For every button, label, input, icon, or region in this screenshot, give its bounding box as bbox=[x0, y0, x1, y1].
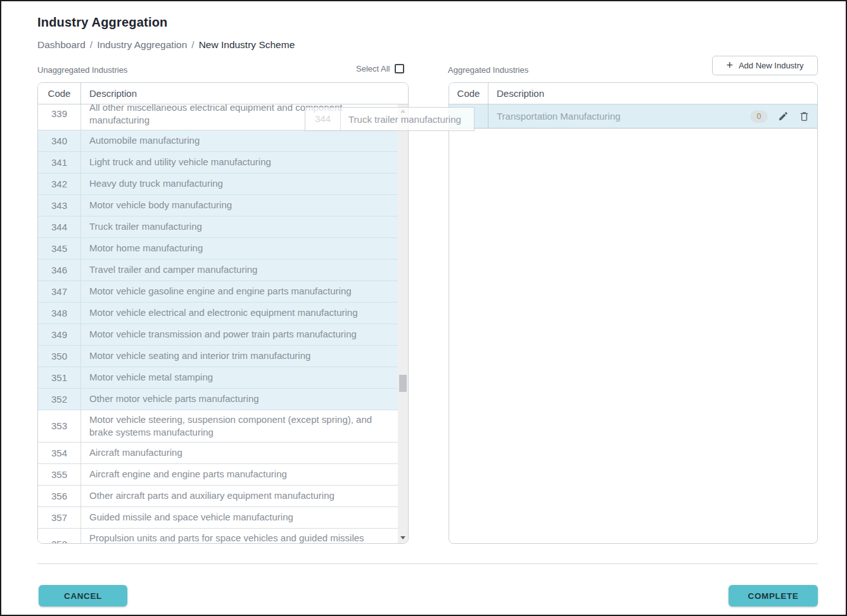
add-new-industry-label: Add New Industry bbox=[739, 61, 804, 70]
table-row[interactable]: 341Light truck and utility vehicle manuf… bbox=[38, 152, 398, 173]
row-description: Motor vehicle electrical and electronic … bbox=[81, 303, 398, 324]
row-code: 347 bbox=[38, 281, 81, 302]
aggregated-row-description: Transportation Manufacturing bbox=[497, 111, 750, 122]
unaggregated-industries-label: Unaggregated Industries bbox=[37, 65, 127, 75]
row-code: 342 bbox=[38, 173, 81, 194]
breadcrumb: Dashboard/Industry Aggregation/New Indus… bbox=[37, 39, 295, 51]
row-code: 343 bbox=[38, 195, 81, 216]
row-code: 357 bbox=[38, 507, 81, 528]
row-description: Motor vehicle metal stamping bbox=[81, 367, 398, 388]
cancel-button[interactable]: CANCEL bbox=[39, 585, 127, 607]
table-row[interactable]: 354Aircraft manufacturing bbox=[38, 443, 398, 464]
row-code: 358 bbox=[38, 529, 81, 544]
table-row[interactable]: 347Motor vehicle gasoline engine and eng… bbox=[38, 281, 398, 303]
table-header: Code Description bbox=[38, 83, 408, 104]
row-description: Motor home manufacturing bbox=[81, 238, 398, 259]
table-row[interactable]: 344Truck trailer manufacturing bbox=[38, 217, 398, 238]
row-description: Motor vehicle body manufacturing bbox=[81, 195, 398, 216]
aggregated-row[interactable]: Transportation Manufacturing0 bbox=[449, 104, 817, 129]
row-code: 356 bbox=[38, 486, 81, 506]
row-description: All other miscellaneous electrical equip… bbox=[81, 104, 398, 130]
table-row[interactable]: 352Other motor vehicle parts manufacturi… bbox=[38, 389, 398, 410]
row-description: Truck trailer manufacturing bbox=[81, 217, 398, 237]
table-row[interactable]: 346Travel trailer and camper manufacturi… bbox=[38, 260, 398, 281]
page-title: Industry Aggregation bbox=[37, 15, 167, 30]
row-code: 355 bbox=[38, 464, 81, 485]
row-description: Other motor vehicle parts manufacturing bbox=[81, 389, 398, 410]
breadcrumb-separator: / bbox=[187, 39, 198, 50]
footer-divider bbox=[37, 563, 818, 564]
code-column-header: Code bbox=[38, 83, 81, 104]
select-all-checkbox[interactable] bbox=[395, 64, 404, 73]
row-code: 345 bbox=[38, 238, 81, 259]
table-row[interactable]: 342Heavy duty truck manufacturing bbox=[38, 173, 398, 195]
table-row[interactable]: 349Motor vehicle transmission and power … bbox=[38, 324, 398, 346]
aggregated-industries-table: Code Description Transportation Manufact… bbox=[449, 82, 818, 544]
row-code: 346 bbox=[38, 260, 81, 280]
row-description: Aircraft manufacturing bbox=[81, 443, 398, 463]
row-description: Travel trailer and camper manufacturing bbox=[81, 260, 398, 280]
aggregated-rows: Transportation Manufacturing0 bbox=[449, 104, 817, 129]
row-description: Motor vehicle steering, suspension compo… bbox=[81, 410, 398, 442]
row-description: Motor vehicle seating and interior trim … bbox=[81, 346, 398, 367]
row-description: Motor vehicle gasoline engine and engine… bbox=[81, 281, 398, 302]
breadcrumb-separator: / bbox=[86, 39, 97, 50]
table-row[interactable]: 355Aircraft engine and engine parts manu… bbox=[38, 464, 398, 486]
code-column-header: Code bbox=[449, 83, 488, 104]
row-description: Motor vehicle transmission and power tra… bbox=[81, 324, 398, 345]
row-actions: 0 bbox=[750, 110, 810, 123]
row-description: Guided missile and space vehicle manufac… bbox=[81, 507, 398, 528]
edit-icon[interactable] bbox=[777, 111, 789, 122]
table-header: Code Description bbox=[449, 83, 817, 104]
table-row[interactable]: 353Motor vehicle steering, suspension co… bbox=[38, 410, 398, 443]
plus-icon: + bbox=[726, 60, 733, 71]
row-description: Light truck and utility vehicle manufact… bbox=[81, 152, 398, 173]
table-row[interactable]: 358Propulsion units and parts for space … bbox=[38, 529, 398, 544]
select-all-control[interactable]: Select All bbox=[356, 64, 409, 73]
row-code: 353 bbox=[38, 410, 81, 442]
scroll-up-icon[interactable] bbox=[398, 106, 408, 116]
row-code bbox=[449, 104, 488, 128]
table-row[interactable]: 343Motor vehicle body manufacturing bbox=[38, 195, 398, 217]
scrollbar-thumb[interactable] bbox=[399, 375, 407, 392]
row-code: 340 bbox=[38, 130, 81, 151]
row-description: Other aircraft parts and auxiliary equip… bbox=[81, 486, 398, 506]
table-row[interactable]: 345Motor home manufacturing bbox=[38, 238, 398, 260]
unaggregated-industries-table: Code Description 339All other miscellane… bbox=[37, 82, 409, 544]
row-code: 350 bbox=[38, 346, 81, 367]
breadcrumb-new-industry-scheme: New Industry Scheme bbox=[199, 39, 295, 50]
description-column-header: Description bbox=[81, 88, 408, 99]
row-description: Automobile manufacturing bbox=[81, 130, 398, 151]
row-description: Propulsion units and parts for space veh… bbox=[81, 529, 398, 544]
row-description: Aircraft engine and engine parts manufac… bbox=[81, 464, 398, 485]
row-description: Heavy duty truck manufacturing bbox=[81, 173, 398, 194]
table-row[interactable]: 348Motor vehicle electrical and electron… bbox=[38, 303, 398, 324]
select-all-label: Select All bbox=[356, 64, 390, 73]
count-badge: 0 bbox=[750, 110, 768, 123]
table-row[interactable]: 350Motor vehicle seating and interior tr… bbox=[38, 346, 398, 367]
row-code: 352 bbox=[38, 389, 81, 410]
complete-button[interactable]: COMPLETE bbox=[729, 585, 818, 607]
scrollbar[interactable] bbox=[398, 104, 408, 544]
row-code: 349 bbox=[38, 324, 81, 345]
breadcrumb-dashboard[interactable]: Dashboard bbox=[37, 39, 86, 50]
scroll-down-icon[interactable] bbox=[398, 532, 408, 543]
row-code: 354 bbox=[38, 443, 81, 463]
delete-icon[interactable] bbox=[798, 111, 810, 122]
row-code: 344 bbox=[38, 217, 81, 237]
table-row[interactable]: 340Automobile manufacturing bbox=[38, 130, 398, 152]
row-code: 351 bbox=[38, 367, 81, 388]
aggregated-industries-label: Aggregated Industries bbox=[448, 65, 528, 75]
row-code: 341 bbox=[38, 152, 81, 173]
unaggregated-rows: 339All other miscellaneous electrical eq… bbox=[38, 104, 398, 544]
table-row[interactable]: 356Other aircraft parts and auxiliary eq… bbox=[38, 486, 398, 507]
breadcrumb-industry-aggregation[interactable]: Industry Aggregation bbox=[97, 39, 187, 50]
description-column-header: Description bbox=[488, 88, 817, 99]
add-new-industry-button[interactable]: + Add New Industry bbox=[712, 56, 818, 75]
row-code: 348 bbox=[38, 303, 81, 324]
table-row[interactable]: 339All other miscellaneous electrical eq… bbox=[38, 104, 398, 130]
table-row[interactable]: 357Guided missile and space vehicle manu… bbox=[38, 507, 398, 529]
unaggregated-table-body: 339All other miscellaneous electrical eq… bbox=[38, 104, 408, 544]
row-code: 339 bbox=[38, 104, 81, 130]
table-row[interactable]: 351Motor vehicle metal stamping bbox=[38, 367, 398, 389]
